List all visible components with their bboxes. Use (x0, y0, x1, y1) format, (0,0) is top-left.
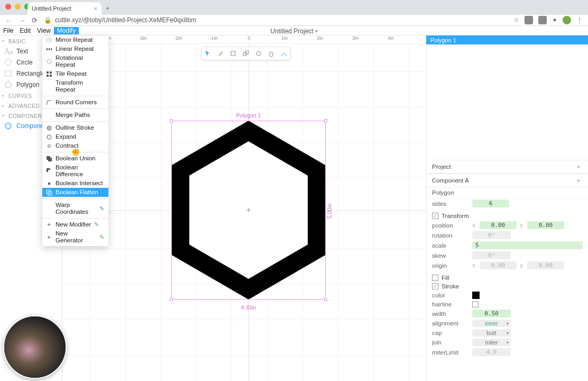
mm-rotational-repeat[interactable]: Rotational Repeat (42, 53, 108, 69)
browser-chrome: Untitled Project × + ← → ⟳ 🔒 cuttle.xyz/… (0, 0, 588, 26)
input-scale[interactable]: 5 (472, 241, 583, 249)
mm-merge-paths[interactable]: Merge Paths (42, 111, 108, 120)
input-stroke-width[interactable]: 0.50 (472, 310, 511, 318)
plus-icon[interactable]: + (574, 162, 583, 171)
window-controls[interactable] (5, 4, 30, 10)
color-swatch[interactable] (472, 292, 480, 299)
tool-guides[interactable] (278, 47, 290, 60)
plus-icon[interactable]: + (574, 176, 583, 185)
select-cap[interactable]: butt▾ (472, 329, 511, 337)
selection[interactable]: Polygon 1 4.33in 5.00in (171, 121, 326, 301)
svg-point-10 (47, 126, 51, 130)
bbox-handle-bl[interactable] (170, 298, 173, 301)
ruler-tick: -1in (209, 35, 217, 41)
star-icon[interactable]: ☆ (513, 16, 519, 24)
insp-component-header[interactable]: Component A+ (427, 174, 588, 187)
input-sides[interactable]: 6 (472, 199, 509, 207)
window-min-dot[interactable] (15, 4, 21, 10)
ruler-tick: 1in (281, 35, 288, 41)
url-text: cuttle.xyz/@toby/Untitled-Project-XeMEFe… (55, 16, 196, 24)
select-alignment[interactable]: inner▾ (472, 320, 511, 327)
tool-select[interactable] (201, 47, 214, 60)
bbox-handle-tl[interactable] (170, 119, 173, 122)
mm-tile-repeat[interactable]: Tile Repeat (42, 69, 108, 78)
mm-new-modifier[interactable]: +New Modifier ✎ (42, 220, 108, 229)
ruler-tick: -2in (174, 35, 182, 41)
menu-view[interactable]: View (34, 27, 54, 34)
bbox-handle-tr[interactable] (324, 119, 327, 122)
chevron-down-icon: ▾ (507, 340, 509, 345)
svg-rect-19 (231, 51, 235, 56)
mm-boolean-intersect[interactable]: Boolean Intersect (42, 179, 108, 188)
checkbox-stroke[interactable] (432, 283, 438, 289)
puzzle-icon[interactable]: ✦ (552, 16, 557, 24)
tool-anchor[interactable] (227, 47, 240, 60)
mm-warp-coordinates[interactable]: Warp Coordinates ✎ (42, 201, 108, 216)
selection-breadcrumb[interactable]: Polygon 1 (426, 35, 588, 44)
prop-color: color (427, 291, 588, 300)
svg-rect-9 (50, 75, 52, 77)
mm-linear-repeat[interactable]: Linear Repeat (42, 44, 108, 53)
checkbox-fill[interactable] (432, 275, 438, 281)
bbox-handle-br[interactable] (324, 298, 327, 301)
input-pos-y[interactable]: 0.00 (527, 221, 564, 229)
input-rotation[interactable]: 0° (472, 231, 511, 239)
input-pos-x[interactable]: 0.00 (480, 221, 517, 229)
ext-icon-1[interactable] (525, 16, 533, 24)
address-bar[interactable]: 🔒 cuttle.xyz/@toby/Untitled-Project-XeME… (44, 16, 507, 24)
mm-boolean-flatten[interactable]: Boolean Flatten (42, 188, 108, 197)
svg-rect-3 (49, 48, 50, 50)
svg-rect-2 (47, 48, 48, 50)
prop-width: width 0.50 (427, 309, 588, 319)
prop-miterlimit: miterLimit 4.0 (427, 347, 588, 357)
mm-new-generator[interactable]: +New Generator ✎ (42, 229, 108, 245)
select-join[interactable]: miter▾ (472, 339, 511, 346)
window-close-dot[interactable] (5, 4, 11, 10)
input-origin-x[interactable]: 0.00 (480, 261, 517, 269)
insp-project-header[interactable]: Project+ (427, 160, 588, 174)
prop-sides: sides 6 (427, 198, 588, 208)
svg-rect-8 (47, 75, 49, 77)
kebab-icon[interactable]: ⋮ (576, 16, 583, 24)
checkbox-transform[interactable] (432, 213, 438, 219)
app-menubar: File Edit View Modify (0, 26, 588, 35)
mm-mirror-repeat[interactable]: Mirror Repeat (42, 35, 108, 44)
ext-icon-2[interactable] (538, 16, 547, 24)
svg-marker-0 (5, 81, 12, 88)
input-miterlimit[interactable]: 4.0 (472, 348, 511, 356)
checkbox-hairline[interactable] (472, 301, 479, 307)
menu-edit[interactable]: Edit (16, 27, 34, 34)
tool-rotate[interactable] (252, 47, 265, 60)
mm-boolean-difference[interactable]: Boolean Difference (42, 163, 108, 179)
input-origin-y[interactable]: 0.00 (527, 261, 564, 269)
input-skew[interactable]: 0° (472, 251, 511, 259)
browser-tab[interactable]: Untitled Project × (27, 2, 102, 15)
tool-pen[interactable] (214, 47, 227, 60)
svg-point-11 (48, 127, 50, 129)
canvas[interactable]: Polygon 1 4.33in 5.00in (62, 44, 426, 381)
tab-close-icon[interactable]: × (94, 5, 97, 12)
menu-modify[interactable]: Modify (54, 27, 79, 34)
pencil-icon: ✎ (99, 234, 104, 241)
svg-rect-6 (47, 71, 49, 74)
prop-rotation: rotation 0° (427, 230, 588, 240)
new-tab-icon[interactable]: + (106, 5, 109, 12)
chevron-down-icon: ▾ (507, 321, 509, 326)
ruler-tick: 0 (247, 35, 250, 41)
mm-round-corners[interactable]: Round Corners (42, 98, 108, 107)
origin-marker (246, 208, 251, 212)
profile-avatar[interactable] (563, 16, 571, 24)
menu-file[interactable]: File (0, 27, 16, 34)
mm-expand[interactable]: Expand (42, 132, 108, 141)
prop-position: position x0.00 y0.00 (427, 220, 588, 230)
chevron-down-icon: ▾ (507, 331, 509, 335)
tool-scale[interactable] (240, 47, 252, 60)
mm-outline-stroke[interactable]: Outline Stroke (42, 123, 108, 132)
cursor-icon: ✊ (71, 148, 80, 156)
tool-hand[interactable] (265, 47, 278, 60)
svg-point-5 (47, 59, 51, 64)
mm-transform-repeat[interactable]: Transform Repeat (42, 78, 108, 94)
tab-title: Untitled Project (32, 5, 71, 12)
reload-icon[interactable]: ⟳ (32, 16, 38, 24)
nav-back-icon[interactable]: ← (5, 16, 12, 24)
